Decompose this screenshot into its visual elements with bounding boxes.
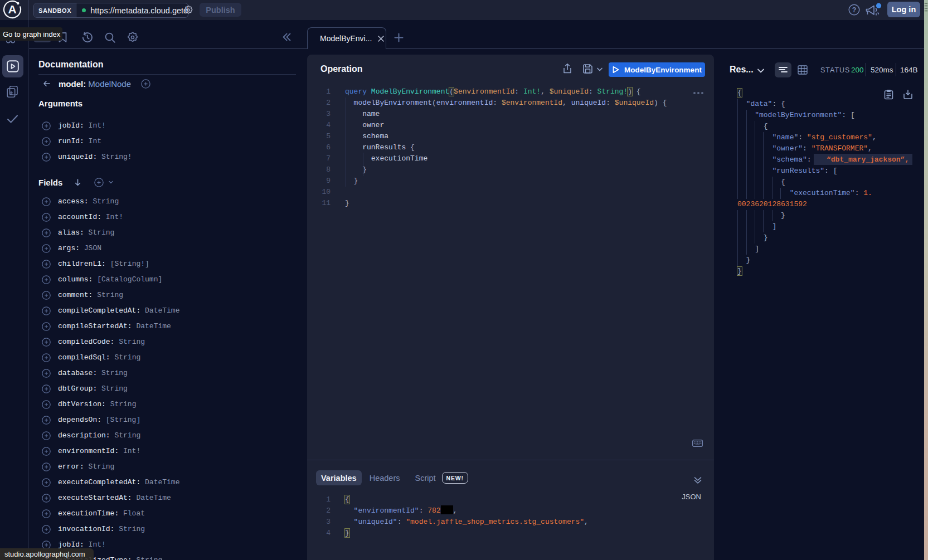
svg-text:?: ? (852, 6, 857, 14)
svg-text:A: A (8, 3, 16, 16)
